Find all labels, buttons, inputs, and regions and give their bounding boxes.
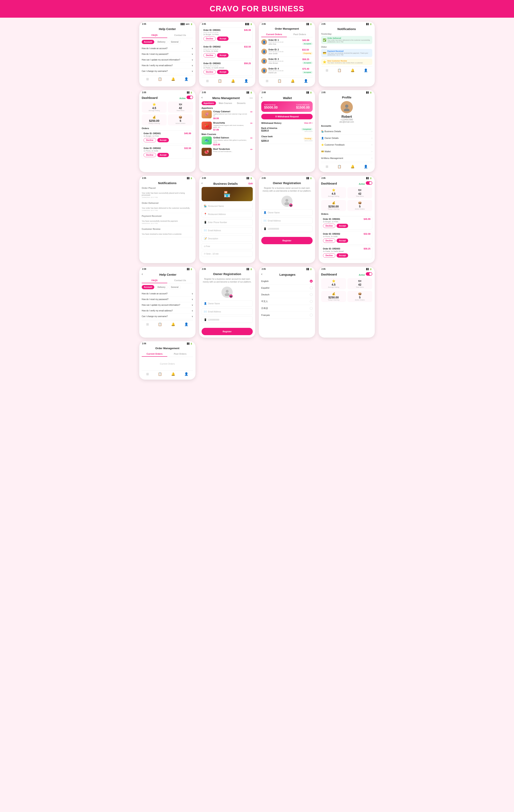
profile-customer-feedback[interactable]: ⭐ Customer Feedback › [321,142,372,148]
decline-dash2-3[interactable]: Decline [323,253,336,258]
filter-delivery-2[interactable]: Delivery [155,285,168,289]
order-tabs-2[interactable]: Current Orders Past Orders [142,351,193,357]
owner-email-field-2[interactable]: ✉️ Email Address [202,308,253,315]
lang-english[interactable]: English [261,278,313,285]
faq-2[interactable]: How do I reset my password? ∨ [142,51,193,57]
nav-person-17[interactable]: 👤 [184,372,189,376]
nav-orders-13[interactable]: 📋 [158,322,162,326]
nav-home-8[interactable]: ⊞ [325,165,328,169]
nav-bell-4[interactable]: 🔔 [350,68,355,72]
lang-deutsch[interactable]: Deutsch [261,291,313,298]
nav-bell-3[interactable]: 🔔 [291,79,295,83]
nav-bell[interactable]: 🔔 [171,77,175,81]
profile-wallet[interactable]: 💳 Wallet › [321,148,372,155]
help-tabs[interactable]: FAQS Contact Us [142,33,193,38]
back-help[interactable]: ‹ [142,272,143,276]
lang-japanese[interactable]: 日本語 [261,305,313,312]
nav-person-8[interactable]: 👤 [364,165,368,169]
filter-account[interactable]: Account [142,40,154,44]
edit-salmon[interactable]: ✏ [250,137,253,140]
nav-home-3[interactable]: ⊞ [266,79,268,83]
faq2-2[interactable]: How do I reset my password? ∨ [142,297,193,302]
decline-dash2-1[interactable]: Decline [323,224,336,228]
tab-faqs[interactable]: FAQS [142,33,167,38]
faq2-4[interactable]: How do I verify my email address? ∨ [142,308,193,314]
menu-more[interactable]: ⋯ [250,96,253,100]
edit-calamari[interactable]: ✏ [250,110,253,114]
nav-orders-3[interactable]: 📋 [278,79,282,83]
nav-orders-2[interactable]: 📋 [218,79,222,83]
accept-dash2-1[interactable]: Accept [337,224,348,228]
back-biz[interactable]: ‹ [202,181,203,185]
active-toggle-1[interactable] [187,96,193,99]
decline-btn-2[interactable]: Decline [203,53,216,57]
tab-current-2[interactable]: Current Orders [142,351,167,357]
nav-person[interactable]: 👤 [184,77,189,81]
profile-owner-details[interactable]: 👤 Owner Details › [321,135,372,142]
lang-chinese[interactable]: 中文人 [261,298,313,305]
restaurant-address-field[interactable]: 📍 Restaurant Address [202,211,253,218]
filter-delivery[interactable]: Delivery [155,40,168,44]
filter-general[interactable]: General [169,40,181,44]
nav-bell-17[interactable]: 🔔 [171,372,175,376]
tab-current-orders[interactable]: Current Orders [261,32,287,37]
cat-desserts[interactable]: Desserts [235,101,248,105]
back-wallet[interactable]: ‹ [261,96,262,99]
cat-appetizers[interactable]: Appetizers [202,101,216,105]
tab-past-2[interactable]: Past Orders [167,351,193,357]
nav-bell-8[interactable]: 🔔 [350,165,355,169]
owner-name-field[interactable]: 👤 Owner Name [261,209,313,216]
nav-orders-4[interactable]: 📋 [337,68,341,72]
nav-person-4[interactable]: 👤 [364,68,368,72]
nav-orders[interactable]: 📋 [158,77,162,81]
back-lang[interactable]: ‹ [261,272,262,276]
order-tabs[interactable]: Current Orders Past Orders [261,32,313,37]
faq-1[interactable]: How do I create an account? ∨ [142,46,193,51]
tab-contact-2[interactable]: Contact Us [167,278,193,283]
owner-email-field[interactable]: ✉️ Email Address [261,218,313,224]
profile-business-details[interactable]: 🏪 Business Details › [321,128,372,135]
decline-btn-3[interactable]: Decline [203,70,216,74]
accept-btn-2[interactable]: Accept [217,53,229,57]
owner-phone-field-2[interactable]: 📱 1200000000 [202,317,253,323]
owner-phone-field[interactable]: 📱 1200000000 [261,226,313,232]
back-menu[interactable]: ‹ [202,96,203,99]
owner-name-field-2[interactable]: 👤 Owner Name [202,300,253,307]
faq2-1[interactable]: How do I create an account? ∨ [142,291,193,297]
email-field[interactable]: ✉️ Email Address [202,227,253,234]
register-btn[interactable]: Register [261,237,313,244]
faq-3[interactable]: How can I update my account information?… [142,57,193,63]
accept-dash2-3[interactable]: Accept [337,253,348,258]
register-btn-2[interactable]: Register [202,328,253,335]
decline-dash2-2[interactable]: Decline [323,238,336,243]
desc-field[interactable]: 📝 Description [202,235,253,242]
lang-espanol[interactable]: Español [261,285,313,291]
withdrawal-request-btn[interactable]: ⬆ Withdrawal Request [261,114,313,119]
nav-home-17[interactable]: ⊞ [146,372,149,376]
accept-dash-1[interactable]: Accept [157,138,169,142]
tab-past-orders[interactable]: Past Orders [287,32,312,37]
edit-bruschetta[interactable]: ✏ [250,122,253,125]
nav-home-4[interactable]: ⊞ [325,68,328,72]
decline-btn-1[interactable]: Decline [203,36,216,41]
profile-menu-mgmt[interactable]: 🍽 Menu Management › [321,155,372,162]
nav-bell-13[interactable]: 🔔 [171,322,175,326]
accept-dash-2[interactable]: Accept [157,153,169,157]
active-toggle-2[interactable] [366,181,372,185]
edit-biz-btn[interactable]: Edit [249,182,253,185]
nav-person-13[interactable]: 👤 [184,322,189,326]
lang-french[interactable]: Français [261,312,313,319]
nav-home-2[interactable]: ⊞ [206,79,209,83]
view-all-btn[interactable]: View All > [304,122,313,124]
faq-5[interactable]: Can I change my username? ∨ [142,68,193,74]
help2-tabs[interactable]: FAQS Contact Us [142,278,193,283]
edit-beef[interactable]: ✏ [250,148,253,151]
nav-orders-17[interactable]: 📋 [158,372,162,376]
nav-home[interactable]: ⊞ [146,77,149,81]
nav-bell-2[interactable]: 🔔 [231,79,235,83]
faq2-5[interactable]: Can I change my username? ∨ [142,314,193,319]
nav-orders-8[interactable]: 📋 [337,165,341,169]
filter-general-2[interactable]: General [169,285,181,289]
faq-4[interactable]: How do I verify my email address? ∨ [142,63,193,68]
accept-btn-3[interactable]: Accept [217,70,229,74]
